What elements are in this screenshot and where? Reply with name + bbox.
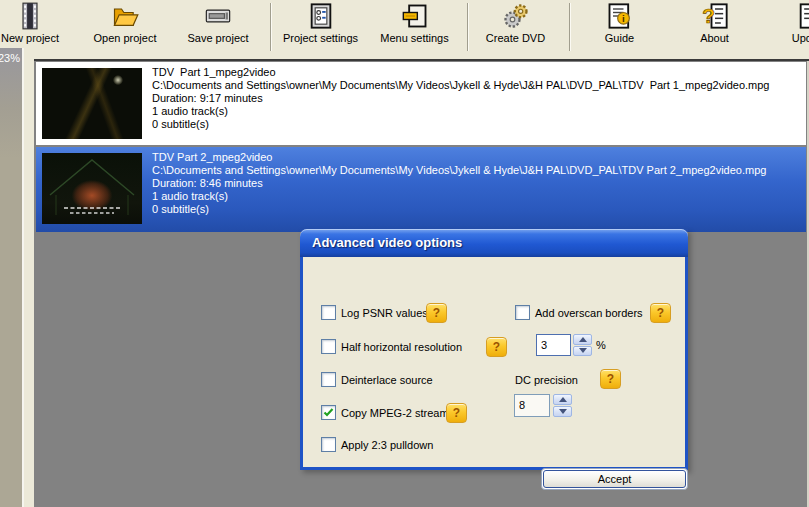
dialog-title: Advanced video options	[300, 229, 688, 250]
half-horizontal-checkbox[interactable]: Half horizontal resolution	[321, 339, 462, 354]
progress-percent-label: 23%	[0, 48, 22, 64]
log-psnr-help-button[interactable]: ?	[426, 303, 447, 323]
menu-settings-label: Menu settings	[367, 32, 462, 44]
overscan-percent-spinner	[573, 334, 592, 356]
toolbar-separator	[270, 3, 272, 51]
checkbox-box[interactable]	[321, 372, 336, 387]
checkbox-box[interactable]	[515, 305, 530, 320]
project-settings-button[interactable]: Project settings	[273, 2, 368, 56]
menu-settings-button[interactable]: Menu settings	[367, 2, 462, 56]
video-title: TDV Part 1_mpeg2video	[152, 66, 802, 79]
video-thumbnail-1	[42, 68, 142, 139]
copy-mpeg2-help-button[interactable]: ?	[446, 403, 467, 423]
overscan-spin-up-button[interactable]	[573, 334, 592, 345]
dc-precision-label: DC precision	[515, 374, 578, 386]
film-strip-icon	[16, 2, 44, 30]
save-icon	[204, 2, 232, 30]
video-audio-tracks: 1 audio track(s)	[152, 105, 802, 118]
apply-pulldown-label: Apply 2:3 pulldown	[341, 439, 433, 451]
log-psnr-checkbox[interactable]: Log PSNR values	[321, 305, 428, 320]
half-horizontal-label: Half horizontal resolution	[341, 341, 462, 353]
dc-precision-input[interactable]: 8	[514, 394, 550, 417]
video-audio-tracks: 1 audio track(s)	[152, 190, 802, 203]
deinterlace-label: Deinterlace source	[341, 374, 433, 386]
copy-mpeg2-label: Copy MPEG-2 streams	[341, 407, 454, 419]
main-toolbar: New project Open project Save project	[0, 0, 809, 61]
up-arrow-icon	[579, 337, 587, 342]
accept-button-ring: Accept	[541, 468, 688, 490]
video-subtitles: 0 subtitle(s)	[152, 118, 802, 131]
question-doc-icon: ?	[701, 2, 729, 30]
checkbox-box[interactable]	[321, 437, 336, 452]
dialog-body: Log PSNR values ? Half horizontal resolu…	[300, 257, 688, 470]
dc-precision-help-button[interactable]: ?	[600, 369, 621, 389]
save-project-button[interactable]: Save project	[170, 2, 266, 56]
update-doc-icon	[796, 2, 809, 30]
video-subtitles: 0 subtitle(s)	[152, 203, 802, 216]
gears-disc-icon	[502, 2, 530, 30]
new-project-label: New project	[0, 32, 80, 44]
create-dvd-label: Create DVD	[468, 32, 563, 44]
toolbar-separator	[569, 3, 571, 51]
checkbox-box[interactable]	[321, 405, 336, 420]
title-list-item-1[interactable]: TDV Part 1_mpeg2video C:\Documents and S…	[36, 62, 806, 145]
about-label: About	[667, 32, 762, 44]
add-overscan-checkbox[interactable]: Add overscan borders	[515, 305, 643, 320]
deinterlace-checkbox[interactable]: Deinterlace source	[321, 372, 433, 387]
video-path: C:\Documents and Settings\owner\My Docum…	[152, 164, 802, 177]
dc-spin-up-button[interactable]	[553, 394, 572, 405]
dc-precision-spinner	[553, 394, 572, 417]
down-arrow-icon	[579, 348, 587, 353]
video-path: C:\Documents and Settings\owner\My Docum…	[152, 79, 802, 92]
advanced-video-options-dialog: Advanced video options Log PSNR values ?…	[300, 229, 688, 470]
video-duration: Duration: 8:46 minutes	[152, 177, 802, 190]
half-horizontal-help-button[interactable]: ?	[486, 337, 507, 357]
down-arrow-icon	[559, 409, 567, 414]
add-overscan-help-button[interactable]: ?	[650, 303, 671, 323]
folder-open-icon	[111, 2, 139, 30]
up-arrow-icon	[559, 397, 567, 402]
add-overscan-label: Add overscan borders	[535, 307, 643, 319]
update-button[interactable]: Update	[762, 2, 809, 56]
svg-text:?: ?	[702, 4, 715, 27]
apply-pulldown-checkbox[interactable]: Apply 2:3 pulldown	[321, 437, 433, 452]
video-title: TDV Part 2_mpeg2video	[152, 151, 802, 164]
video-thumbnail-2	[42, 153, 142, 224]
checkbox-box[interactable]	[321, 305, 336, 320]
update-label: Update	[762, 32, 809, 44]
checkbox-box[interactable]	[321, 339, 336, 354]
about-button[interactable]: ? About	[667, 2, 762, 56]
settings-list-icon	[307, 2, 335, 30]
background-progress-strip: 23%	[0, 48, 22, 507]
guide-label: Guide	[572, 32, 667, 44]
project-settings-label: Project settings	[273, 32, 368, 44]
accept-button[interactable]: Accept	[543, 470, 686, 488]
open-project-button[interactable]: Open project	[77, 2, 173, 56]
create-dvd-button[interactable]: Create DVD	[468, 2, 563, 56]
window-left-border	[24, 55, 34, 507]
dc-spin-down-button[interactable]	[553, 406, 572, 417]
video-duration: Duration: 9:17 minutes	[152, 92, 802, 105]
guide-button[interactable]: i Guide	[572, 2, 667, 56]
open-project-label: Open project	[77, 32, 173, 44]
guide-doc-icon: i	[606, 2, 634, 30]
app-window: New project Open project Save project	[0, 0, 809, 507]
svg-text:i: i	[622, 13, 625, 24]
title-list-item-2[interactable]: TDV Part 2_mpeg2video C:\Documents and S…	[36, 147, 806, 232]
percent-unit-label: %	[596, 339, 606, 351]
overscan-percent-input[interactable]: 3	[536, 334, 571, 356]
log-psnr-label: Log PSNR values	[341, 307, 428, 319]
copy-mpeg2-checkbox[interactable]: Copy MPEG-2 streams	[321, 405, 454, 420]
dialog-titlebar[interactable]: Advanced video options	[300, 229, 688, 257]
save-project-label: Save project	[170, 32, 266, 44]
menu-window-icon	[401, 2, 429, 30]
overscan-spin-down-button[interactable]	[573, 346, 592, 357]
